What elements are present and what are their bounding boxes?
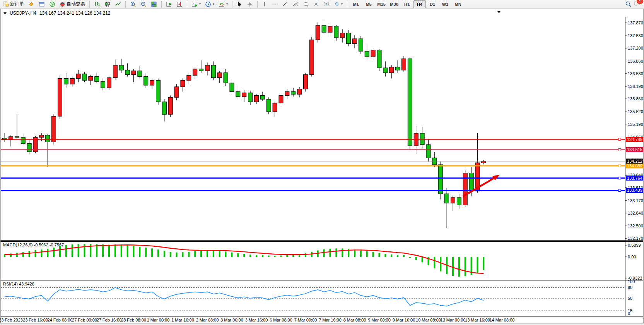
- svg-text:133.764: 133.764: [627, 176, 642, 181]
- svg-text:135.860: 135.860: [628, 96, 643, 101]
- candles-layer: [3, 21, 486, 228]
- svg-text:137.530: 137.530: [628, 33, 643, 38]
- svg-text:134.789: 134.789: [627, 137, 642, 142]
- svg-text:13 Mar 16:00: 13 Mar 16:00: [465, 318, 490, 322]
- svg-text:80: 80: [628, 285, 632, 290]
- hline-handle[interactable]: [618, 189, 621, 191]
- svg-text:1 Mar 00:00: 1 Mar 00:00: [147, 318, 170, 322]
- svg-text:137.200: 137.200: [628, 46, 643, 50]
- svg-text:137.870: 137.870: [628, 21, 643, 25]
- svg-text:23 Feb 2023: 23 Feb 2023: [0, 318, 23, 322]
- mt4-terminal: { "toolbar": { "new_order_label": "新订单",…: [0, 0, 644, 325]
- hline-handle[interactable]: [618, 165, 621, 167]
- chart-canvas[interactable]: 137.870137.530137.200136.860136.530136.1…: [0, 0, 644, 325]
- svg-text:133.439: 133.439: [627, 188, 642, 193]
- window-resize-strip: [0, 323, 644, 325]
- time-axis[interactable]: 23 Feb 202323 Feb 16:0024 Feb 08:0027 Fe…: [0, 318, 514, 322]
- svg-text:135.190: 135.190: [628, 122, 643, 127]
- svg-text:132.840: 132.840: [628, 211, 643, 215]
- hline-handle[interactable]: [618, 138, 621, 141]
- svg-text:0.00: 0.00: [628, 254, 636, 259]
- svg-text:8 Mar 08:00: 8 Mar 08:00: [343, 318, 366, 322]
- svg-text:136.190: 136.190: [628, 84, 643, 89]
- hline-handle[interactable]: [618, 148, 621, 151]
- svg-text:2 Mar 08:00: 2 Mar 08:00: [196, 318, 219, 322]
- svg-text:10 Mar 08:00: 10 Mar 08:00: [416, 318, 441, 322]
- svg-text:28 Feb 08:00: 28 Feb 08:00: [121, 318, 146, 322]
- svg-text:27 Feb 00:00: 27 Feb 00:00: [72, 318, 97, 322]
- price-axis: 137.870137.530137.200136.860136.530136.1…: [625, 17, 643, 316]
- svg-text:23 Feb 16:00: 23 Feb 16:00: [23, 318, 48, 322]
- svg-text:133.170: 133.170: [628, 198, 643, 203]
- svg-text:9 Mar 00:00: 9 Mar 00:00: [368, 318, 391, 322]
- svg-text:9 Mar 16:00: 9 Mar 16:00: [393, 318, 415, 322]
- svg-text:134.089: 134.089: [627, 163, 642, 168]
- hline-handle[interactable]: [618, 177, 621, 179]
- svg-text:3 Mar 16:00: 3 Mar 16:00: [245, 318, 268, 322]
- svg-text:135.520: 135.520: [628, 109, 643, 114]
- svg-text:1 Mar 16:00: 1 Mar 16:00: [171, 318, 194, 322]
- macd-panel: 0.58990.00-0.9323: [4, 243, 642, 280]
- svg-text:7 Mar 00:00: 7 Mar 00:00: [294, 318, 317, 322]
- svg-text:132.500: 132.500: [628, 224, 643, 228]
- svg-text:100: 100: [628, 279, 635, 284]
- svg-text:50: 50: [628, 296, 632, 301]
- svg-text:132.170: 132.170: [628, 236, 643, 241]
- svg-text:134.515: 134.515: [627, 147, 642, 152]
- svg-text:13 Mar 00:00: 13 Mar 00:00: [441, 318, 466, 322]
- svg-text:3 Mar 00:00: 3 Mar 00:00: [220, 318, 243, 322]
- svg-text:134.212: 134.212: [627, 159, 642, 163]
- svg-text:136.860: 136.860: [628, 59, 643, 64]
- svg-text:0: 0: [628, 311, 630, 316]
- svg-text:14 Mar 08:00: 14 Mar 08:00: [490, 318, 515, 322]
- svg-text:24 Feb 08:00: 24 Feb 08:00: [48, 318, 73, 322]
- svg-text:6 Mar 08:00: 6 Mar 08:00: [270, 318, 292, 322]
- svg-text:136.530: 136.530: [628, 71, 643, 76]
- horizontal-price-lines[interactable]: [1, 138, 625, 192]
- rsi-panel: 1008050150: [1, 279, 635, 316]
- svg-text:7 Mar 16:00: 7 Mar 16:00: [319, 318, 342, 322]
- svg-text:0.5899: 0.5899: [628, 243, 641, 248]
- svg-text:27 Feb 16:00: 27 Feb 16:00: [97, 318, 122, 322]
